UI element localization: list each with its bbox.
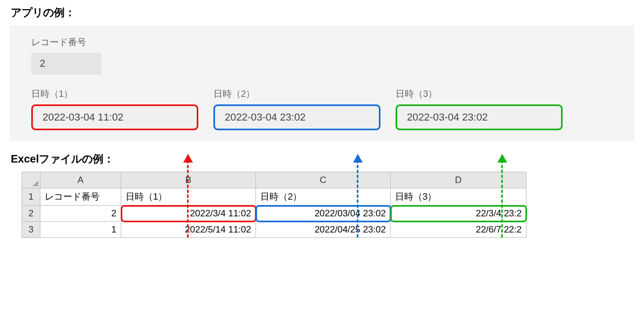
cell-C1: 日時（2） (256, 188, 391, 206)
cell-A1: レコード番号 (40, 188, 121, 206)
cell-C3: 2022/04/25 23:02 (256, 222, 391, 238)
cell-D2: 22/3/4 23:2 (391, 206, 527, 222)
col-head-A: A (40, 172, 121, 188)
datetime-field-3: 日時（3） 2022-03-04 23:02 (396, 88, 563, 130)
datetime-row: 日時（1） 2022-03-04 11:02 日時（2） 2022-03-04 … (31, 88, 613, 130)
arrow-green (501, 155, 503, 238)
datetime-value-1: 2022-03-04 11:02 (31, 104, 198, 130)
record-value: 2 (31, 53, 101, 75)
row-head-3: 3 (22, 222, 40, 238)
heading-app: アプリの例： (11, 5, 633, 20)
cell-A2: 2 (40, 206, 121, 222)
cell-A3: 1 (40, 222, 121, 238)
arrow-red (187, 155, 189, 238)
cell-D3: 22/6/7 22:2 (391, 222, 527, 238)
row-head-2: 2 (22, 206, 40, 222)
excel-table: A B C D 1 レコード番号 日時（1） 日時（2） 日時（3） 2 2 2… (22, 172, 527, 238)
datetime-label-2: 日時（2） (213, 88, 380, 100)
col-head-D: D (391, 172, 527, 188)
app-panel: レコード番号 2 日時（1） 2022-03-04 11:02 日時（2） 20… (10, 25, 634, 141)
arrow-blue (357, 155, 358, 238)
excel-corner (22, 172, 40, 188)
datetime-field-1: 日時（1） 2022-03-04 11:02 (31, 88, 198, 130)
row-head-1: 1 (22, 188, 40, 206)
col-head-C: C (256, 172, 391, 188)
datetime-value-2: 2022-03-04 23:02 (213, 104, 380, 130)
cell-C2: 2022/03/04 23:02 (256, 206, 391, 222)
datetime-label-3: 日時（3） (396, 88, 563, 100)
datetime-field-2: 日時（2） 2022-03-04 23:02 (213, 88, 380, 130)
datetime-label-1: 日時（1） (31, 88, 198, 100)
datetime-value-3: 2022-03-04 23:02 (396, 104, 563, 130)
record-label: レコード番号 (31, 36, 613, 48)
cell-D1: 日時（3） (391, 188, 527, 206)
heading-excel: Excelファイルの例： (11, 152, 633, 166)
